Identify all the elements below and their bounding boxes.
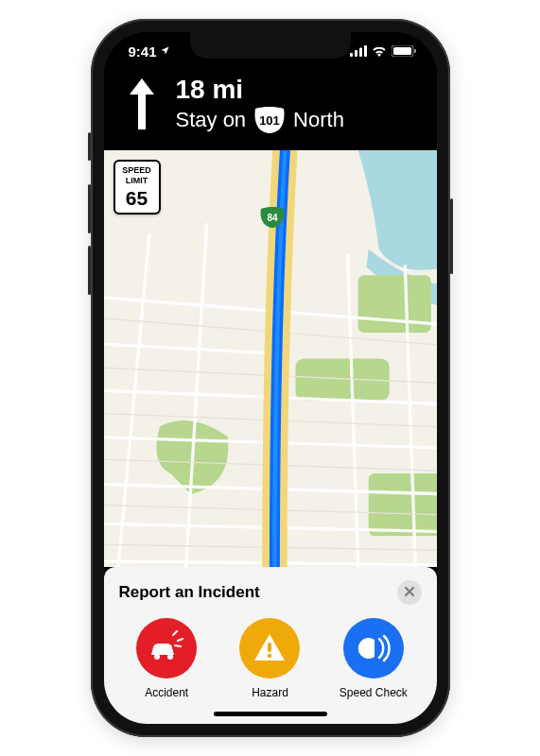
svg-rect-14: [268, 643, 271, 652]
incident-option-hazard[interactable]: Hazard: [222, 618, 318, 699]
home-indicator[interactable]: [214, 712, 327, 716]
status-time: 9:41: [129, 43, 157, 60]
svg-rect-2: [359, 47, 362, 57]
speed-limit-label-1: SPEED: [122, 166, 151, 175]
incident-option-accident[interactable]: Accident: [119, 618, 215, 699]
route-marker-icon: 84: [260, 207, 285, 228]
location-arrow-icon: [160, 45, 170, 58]
wifi-icon: [372, 43, 387, 60]
incident-option-label: Speed Check: [340, 686, 408, 699]
svg-rect-10: [368, 473, 436, 536]
svg-rect-5: [393, 47, 411, 55]
car-crash-icon: [136, 618, 197, 679]
svg-rect-0: [350, 53, 353, 57]
battery-icon: [392, 43, 416, 60]
close-button[interactable]: [397, 580, 422, 605]
svg-text:101: 101: [259, 113, 280, 128]
navigation-banner: 18 mi Stay on 101 North: [104, 70, 437, 150]
nav-direction: North: [293, 108, 344, 132]
report-incident-panel: Report an Incident: [104, 567, 437, 724]
route-shield-icon: 101: [253, 107, 286, 133]
map-view[interactable]: SPEED LIMIT 65 84: [104, 150, 437, 567]
panel-title: Report an Incident: [119, 583, 260, 602]
svg-rect-6: [414, 49, 416, 53]
notch: [190, 32, 351, 59]
svg-point-12: [154, 654, 160, 660]
screen: 9:41: [104, 32, 437, 724]
speed-limit-label-2: LIMIT: [126, 177, 148, 185]
incident-option-speed-check[interactable]: Speed Check: [325, 618, 421, 699]
mute-switch: [88, 132, 91, 161]
power-button: [450, 198, 453, 274]
incident-option-label: Accident: [145, 686, 188, 699]
nav-instruction: Stay on 101 North: [176, 107, 344, 133]
svg-rect-1: [355, 50, 357, 57]
svg-rect-3: [364, 45, 367, 57]
close-icon: [404, 584, 415, 601]
cellular-signal-icon: [350, 43, 367, 60]
warning-triangle-icon: [239, 618, 300, 679]
incident-option-label: Hazard: [252, 686, 288, 699]
speed-limit-sign: SPEED LIMIT 65: [113, 160, 161, 215]
volume-up-button: [88, 184, 91, 233]
straight-arrow-icon: [125, 78, 159, 129]
volume-down-button: [88, 246, 91, 295]
svg-point-15: [268, 654, 272, 659]
nav-distance: 18 mi: [176, 76, 344, 105]
svg-point-13: [167, 654, 173, 660]
phone-frame: 9:41: [91, 19, 450, 737]
svg-text:84: 84: [267, 213, 278, 223]
nav-instruction-prefix: Stay on: [176, 108, 247, 132]
speed-limit-value: 65: [126, 188, 148, 208]
speed-radar-icon: [343, 618, 404, 679]
